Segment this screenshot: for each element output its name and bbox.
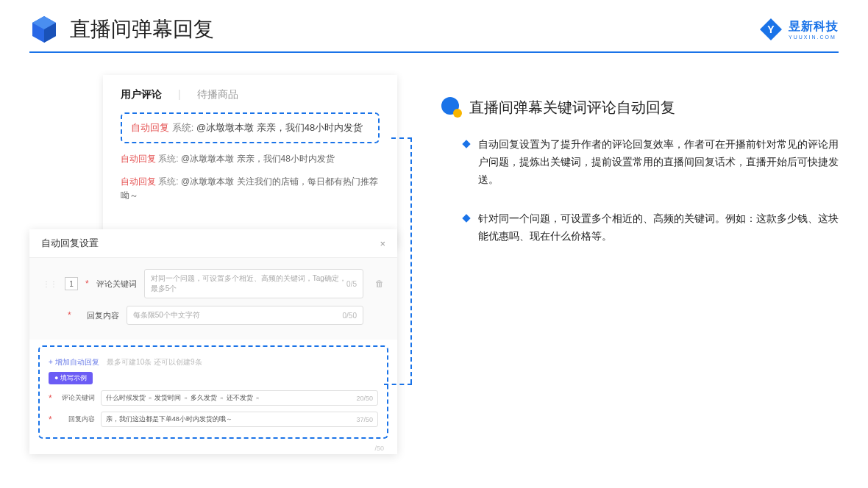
cube-icon <box>29 15 59 44</box>
system-label: 系统: <box>172 122 194 133</box>
required-star: * <box>68 310 71 320</box>
logo-subtext: YUUXIN.COM <box>789 35 839 40</box>
content-row: * 回复内容 每条限50个中文字符 0/50 <box>43 306 384 325</box>
description-column: 直播间弹幕关键词评论自动回复 自动回复设置为了提升作者的评论回复效率，作者可在开… <box>441 75 839 268</box>
comment-tabs: 用户评论 | 待播商品 <box>121 88 380 101</box>
tag-close-icon[interactable]: × <box>184 395 188 401</box>
logo-text: 昱新科技 <box>789 19 839 35</box>
bullet-item: 自动回复设置为了提升作者的评论回复效率，作者可在开播前针对常见的评论用户问题，提… <box>441 136 839 188</box>
header-divider <box>29 51 839 53</box>
svg-text:Y: Y <box>767 24 775 35</box>
title-icon <box>441 97 462 118</box>
connector-line <box>410 137 412 384</box>
bullet-text: 自动回复设置为了提升作者的评论回复效率，作者可在开播前针对常见的评论用户问题，提… <box>478 136 839 188</box>
example-badge: ● 填写示例 <box>49 372 93 384</box>
example-content-label: 回复内容 <box>58 415 95 424</box>
bullet-text: 针对同一个问题，可设置多个相近的、高频的关键词。例如：这款多少钱、这块能优惠吗、… <box>478 210 839 245</box>
comment-line: 自动回复 系统: @冰墩墩本墩 亲亲，我们48小时内发货 <box>121 152 380 166</box>
tab-divider: | <box>178 88 181 101</box>
example-area: + 增加自动回复 最多可建10条 还可以创建9条 ● 填写示例 * 评论关键词 … <box>38 345 388 439</box>
system-label: 系统: <box>158 154 178 164</box>
section-title: 直播间弹幕关键词评论自动回复 <box>441 97 839 118</box>
example-keyword-row: * 评论关键词 什么时候发货× 发货时间× 多久发货× 还不发货× 20/50 <box>49 390 378 406</box>
example-content-row: * 回复内容 亲，我们这边都是下单48小时内发货的哦～ 37/50 <box>49 412 378 427</box>
input-placeholder: 对同一个问题，可设置多个相近、高频的关键词，Tag确定，最多5个 <box>151 273 346 294</box>
tag: 还不发货 <box>227 393 253 403</box>
tag: 多久发货 <box>191 393 217 403</box>
tag-close-icon[interactable]: × <box>220 395 224 401</box>
tag: 发货时间 <box>154 393 181 403</box>
add-auto-reply-link[interactable]: + 增加自动回复 <box>49 358 99 366</box>
row-number: 1 <box>65 277 78 290</box>
example-kw-label: 评论关键词 <box>58 393 95 403</box>
add-hint: 最多可建10条 还可以创建9条 <box>107 358 202 366</box>
connector-line <box>384 384 412 385</box>
settings-header: 自动回复设置 × <box>29 229 397 258</box>
comment-text: @冰墩墩本墩 亲亲，我们48小时内发货 <box>196 122 363 133</box>
example-tag-input[interactable]: 什么时候发货× 发货时间× 多久发货× 还不发货× 20/50 <box>101 390 378 406</box>
screenshots-column: 用户评论 | 待播商品 自动回复 系统: @冰墩墩本墩 亲亲，我们48小时内发货… <box>29 75 412 268</box>
tag-close-icon[interactable]: × <box>149 395 152 401</box>
comment-line: 自动回复 系统: @冰墩墩本墩 关注我们的店铺，每日都有热门推荐呦～ <box>121 175 380 203</box>
keyword-input[interactable]: 对同一个问题，可设置多个相近、高频的关键词，Tag确定，最多5个 0/5 <box>144 269 363 298</box>
highlighted-comment: 自动回复 系统: @冰墩墩本墩 亲亲，我们48小时内发货 <box>121 112 380 143</box>
required-star: * <box>85 279 89 289</box>
brand-logo: Y 昱新科技 YUUXIN.COM <box>759 18 839 41</box>
settings-title: 自动回复设置 <box>41 237 99 250</box>
trash-icon[interactable]: 🗑 <box>375 279 384 289</box>
bottom-counter: /50 <box>374 445 384 452</box>
counter: 20/50 <box>356 395 373 402</box>
logo-icon: Y <box>759 18 783 41</box>
comment-text: @冰墩墩本墩 亲亲，我们48小时内发货 <box>181 154 335 164</box>
keyword-row: ⋮⋮ 1 * 评论关键词 对同一个问题，可设置多个相近、高频的关键词，Tag确定… <box>43 269 384 298</box>
diamond-icon <box>462 215 470 223</box>
tag-close-icon[interactable]: × <box>256 395 260 401</box>
input-placeholder: 每条限50个中文字符 <box>133 310 200 320</box>
example-content-text: 亲，我们这边都是下单48小时内发货的哦～ <box>106 415 232 424</box>
content-label: 回复内容 <box>79 310 119 321</box>
tab-user-comments[interactable]: 用户评论 <box>121 88 162 101</box>
page-title: 直播间弹幕回复 <box>70 15 214 43</box>
auto-reply-label: 自动回复 <box>131 122 169 133</box>
settings-panel: 自动回复设置 × ⋮⋮ 1 * 评论关键词 对同一个问题，可设置多个相近、高频的… <box>29 229 397 454</box>
connector-line <box>391 137 412 139</box>
counter: 37/50 <box>356 416 373 423</box>
bullet-item: 针对同一个问题，可设置多个相近的、高频的关键词。例如：这款多少钱、这块能优惠吗、… <box>441 210 839 245</box>
system-label: 系统: <box>158 176 178 187</box>
content-input[interactable]: 每条限50个中文字符 0/50 <box>127 306 363 325</box>
example-content-input[interactable]: 亲，我们这边都是下单48小时内发货的哦～ 37/50 <box>101 412 378 427</box>
comments-panel: 用户评论 | 待播商品 自动回复 系统: @冰墩墩本墩 亲亲，我们48小时内发货… <box>103 75 397 248</box>
page-header: 直播间弹幕回复 Y 昱新科技 YUUXIN.COM <box>0 0 868 51</box>
keyword-label: 评论关键词 <box>96 279 137 290</box>
auto-reply-label: 自动回复 <box>121 176 156 187</box>
close-icon[interactable]: × <box>380 238 385 249</box>
tab-pending-goods[interactable]: 待播商品 <box>197 88 238 101</box>
required-star: * <box>49 415 52 425</box>
section-title-text: 直播间弹幕关键词评论自动回复 <box>469 98 675 118</box>
counter: 0/50 <box>343 312 357 320</box>
counter: 0/5 <box>346 280 357 288</box>
tag: 什么时候发货 <box>106 393 146 403</box>
auto-reply-label: 自动回复 <box>121 154 156 164</box>
diamond-icon <box>462 140 470 148</box>
required-star: * <box>49 393 52 403</box>
